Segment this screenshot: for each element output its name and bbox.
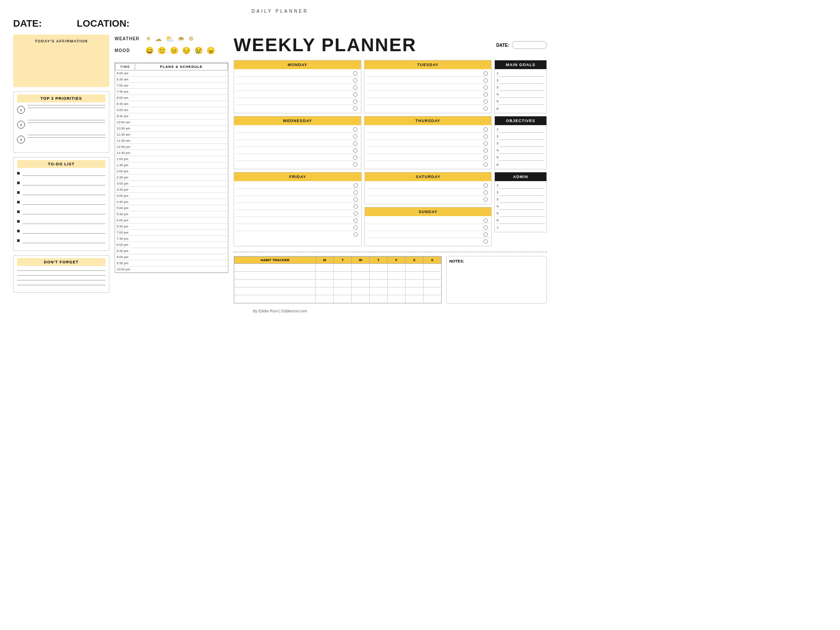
plans-cell[interactable] xyxy=(135,175,228,181)
schedule-row: 8:30 pm xyxy=(116,248,228,254)
check-circle[interactable] xyxy=(353,85,357,90)
plans-cell[interactable] xyxy=(135,266,228,273)
plans-cell[interactable] xyxy=(135,260,228,266)
plans-cell[interactable] xyxy=(135,113,228,119)
check-circle[interactable] xyxy=(354,218,358,223)
check-circle[interactable] xyxy=(354,225,358,230)
tuesday-lines xyxy=(364,69,491,113)
date-input[interactable] xyxy=(512,41,547,49)
plans-cell[interactable] xyxy=(135,132,228,138)
check-circle[interactable] xyxy=(353,141,357,146)
check-circle[interactable] xyxy=(353,92,357,97)
check-circle[interactable] xyxy=(354,183,358,188)
snow-icon[interactable]: ❄ xyxy=(188,35,194,43)
schedule-row: 9:30 am xyxy=(116,113,228,119)
plans-cell[interactable] xyxy=(135,138,228,144)
very-sad-icon[interactable]: 😢 xyxy=(194,46,203,55)
time-cell: 7:30 pm xyxy=(116,236,135,242)
check-circle[interactable] xyxy=(354,197,358,202)
check-circle[interactable] xyxy=(483,141,488,146)
plans-cell[interactable] xyxy=(135,248,228,254)
plans-cell[interactable] xyxy=(135,224,228,230)
plans-cell[interactable] xyxy=(135,95,228,101)
check-circle[interactable] xyxy=(483,85,488,90)
plans-cell[interactable] xyxy=(135,193,228,199)
plans-cell[interactable] xyxy=(135,205,228,211)
time-cell: 8:30 pm xyxy=(116,248,135,254)
check-circle[interactable] xyxy=(354,232,358,237)
check-circle[interactable] xyxy=(483,92,488,97)
check-circle[interactable] xyxy=(354,204,358,209)
plans-cell[interactable] xyxy=(135,181,228,187)
friday-lines xyxy=(234,181,361,239)
check-circle[interactable] xyxy=(483,99,488,104)
plans-cell[interactable] xyxy=(135,126,228,132)
plans-cell[interactable] xyxy=(135,77,228,83)
plans-cell[interactable] xyxy=(135,199,228,205)
plans-cell[interactable] xyxy=(135,187,228,193)
check-circle[interactable] xyxy=(353,134,357,139)
check-circle[interactable] xyxy=(483,134,488,139)
plans-cell[interactable] xyxy=(135,217,228,224)
sad-icon[interactable]: 😔 xyxy=(182,46,191,55)
check-circle[interactable] xyxy=(483,218,488,223)
thursday-header: THURSDAY xyxy=(364,116,491,125)
time-cell: 12:30 pm xyxy=(116,150,135,156)
plans-cell[interactable] xyxy=(135,107,228,113)
plans-cell[interactable] xyxy=(135,156,228,162)
check-circle[interactable] xyxy=(483,71,488,76)
admin-lines: 1. 2. 3. 4. 5. 6. 7. xyxy=(495,181,546,232)
plans-cell[interactable] xyxy=(135,144,228,150)
check-circle[interactable] xyxy=(483,197,488,202)
check-circle[interactable] xyxy=(353,155,357,160)
plans-cell[interactable] xyxy=(135,211,228,217)
check-circle[interactable] xyxy=(353,106,357,111)
check-circle[interactable] xyxy=(483,155,488,160)
plans-cell[interactable] xyxy=(135,70,228,77)
plans-cell[interactable] xyxy=(135,236,228,242)
cloud-icon[interactable]: ☁ xyxy=(155,35,162,43)
check-circle[interactable] xyxy=(483,225,488,230)
check-circle[interactable] xyxy=(353,127,357,132)
plans-cell[interactable] xyxy=(135,254,228,260)
plans-cell[interactable] xyxy=(135,89,228,95)
angry-icon[interactable]: 😠 xyxy=(206,46,215,55)
schedule-row: 11:00 am xyxy=(116,132,228,138)
footer: By Eddie Rizvi | Eddierizvi.com xyxy=(13,309,547,313)
sun-icon[interactable]: ☀ xyxy=(145,35,151,43)
plans-cell[interactable] xyxy=(135,83,228,89)
notes-label: NOTES: xyxy=(449,259,544,263)
check-circle[interactable] xyxy=(354,211,358,216)
check-circle[interactable] xyxy=(483,78,488,83)
check-circle[interactable] xyxy=(353,99,357,104)
schedule-row: 2:00 pm xyxy=(116,168,228,175)
partly-cloudy-icon[interactable]: ⛅ xyxy=(165,35,174,43)
neutral-icon[interactable]: 😐 xyxy=(170,46,178,55)
plans-cell[interactable] xyxy=(135,242,228,248)
plans-cell[interactable] xyxy=(135,119,228,126)
check-circle[interactable] xyxy=(353,148,357,153)
very-happy-icon[interactable]: 😄 xyxy=(145,46,154,55)
check-circle[interactable] xyxy=(483,148,488,153)
check-circle[interactable] xyxy=(483,162,488,167)
check-circle[interactable] xyxy=(483,239,488,244)
rain-icon[interactable]: 🌧 xyxy=(178,35,185,43)
check-circle[interactable] xyxy=(483,232,488,237)
schedule-row: 8:00 pm xyxy=(116,242,228,248)
check-circle[interactable] xyxy=(353,162,357,167)
check-circle[interactable] xyxy=(483,127,488,132)
check-circle[interactable] xyxy=(353,71,357,76)
check-circle[interactable] xyxy=(483,190,488,195)
plans-cell[interactable] xyxy=(135,162,228,168)
plans-cell[interactable] xyxy=(135,101,228,107)
time-cell: 12:00 pm xyxy=(116,144,135,150)
check-circle[interactable] xyxy=(483,106,488,111)
plans-cell[interactable] xyxy=(135,230,228,236)
happy-icon[interactable]: 🙂 xyxy=(158,46,166,55)
time-cell: 5:30 pm xyxy=(116,211,135,217)
plans-cell[interactable] xyxy=(135,150,228,156)
check-circle[interactable] xyxy=(354,190,358,195)
check-circle[interactable] xyxy=(353,78,357,83)
check-circle[interactable] xyxy=(483,183,488,188)
plans-cell[interactable] xyxy=(135,168,228,175)
